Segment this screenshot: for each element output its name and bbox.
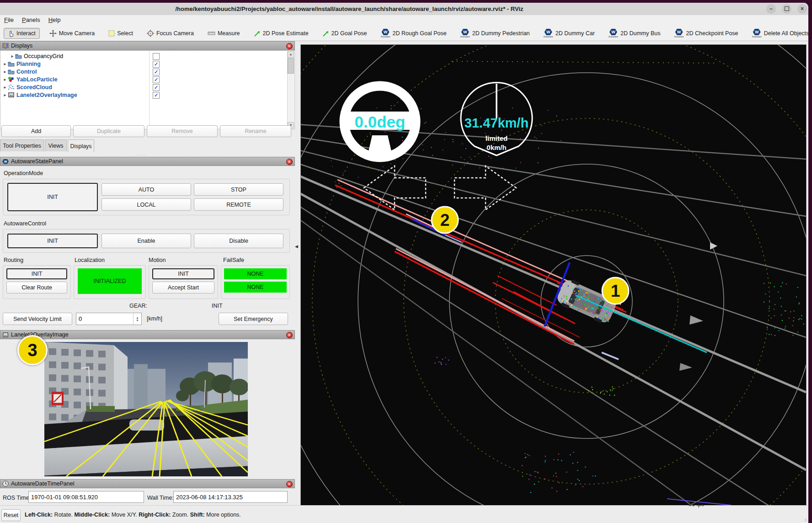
minimize-button[interactable]: –: [766, 4, 776, 14]
speed-value: 31.47km/h: [465, 116, 529, 130]
image-panel-close-icon[interactable]: ×: [286, 332, 293, 338]
datetime-panel-header[interactable]: AutowareDateTimePanel ×: [0, 479, 295, 488]
local-button[interactable]: LOCAL: [102, 198, 191, 211]
enable-button[interactable]: Enable: [102, 234, 191, 248]
svg-text:1: 1: [611, 282, 620, 300]
set-emergency-button[interactable]: Set Emergency: [219, 313, 288, 325]
localization-status: INITIALIZED: [78, 268, 142, 294]
scrollbar-thumb[interactable]: [288, 58, 294, 74]
maximize-icon: [785, 6, 789, 11]
limited-label: limited: [486, 134, 508, 142]
datetime-panel-close-icon[interactable]: ×: [286, 481, 293, 487]
motion-init-button[interactable]: INIT: [152, 268, 214, 279]
expand-icon[interactable]: ▸: [2, 69, 8, 74]
spinner-arrows-icon[interactable]: ▲▼: [133, 313, 141, 325]
left-arrow-icon: [364, 166, 426, 210]
tree-scrollbar[interactable]: ▲ ▼: [287, 51, 294, 128]
tree-item-lanelet2overlayimage[interactable]: ▸ Lanelet2OverlayImage: [2, 91, 77, 99]
menu-panels[interactable]: Panels: [18, 15, 44, 25]
statusbar: Reset Left-Click: Rotate. Middle-Click: …: [0, 505, 808, 523]
ros-time-field[interactable]: [28, 491, 144, 503]
tool-measure[interactable]: Measure: [203, 28, 244, 38]
pointcloud-icon: [8, 84, 15, 90]
marker-triangle: [679, 363, 692, 371]
checkbox-lanelet2overlayimage[interactable]: ✓: [153, 92, 160, 99]
maximize-button[interactable]: [782, 4, 791, 14]
checkbox-occupancygrid[interactable]: [153, 53, 160, 60]
tab-tool-properties[interactable]: Tool Properties: [0, 139, 44, 151]
clear-route-button[interactable]: Clear Route: [6, 282, 67, 294]
checkbox-yablocparticle[interactable]: ✓: [153, 76, 160, 83]
tool-move-camera[interactable]: Move Camera: [45, 28, 99, 39]
tool-focus-camera[interactable]: Focus Camera: [143, 28, 198, 39]
tool-select[interactable]: Select: [104, 28, 137, 38]
velocity-limit-spinner[interactable]: ▲▼: [76, 313, 142, 325]
tool-2d-goal-pose[interactable]: 2D Goal Pose: [318, 28, 371, 39]
wall-time-field[interactable]: [173, 491, 288, 503]
tool-2d-dummy-pedestrian[interactable]: WAutoware 2D Dummy Pedestrian: [456, 27, 534, 40]
tree-item-yablocparticle[interactable]: ▸ YabLocParticle: [2, 75, 58, 83]
checkbox-control[interactable]: ✓: [153, 69, 160, 75]
image-panel-header[interactable]: Lanelet2OverlayImage ×: [0, 330, 295, 339]
menu-help[interactable]: Help: [44, 15, 65, 25]
tool-2d-rough-goal-pose[interactable]: WAutoware 2D Rough Goal Pose: [376, 27, 450, 40]
expand-icon[interactable]: ▸: [2, 77, 8, 82]
turn-indicator-arrows: [364, 166, 516, 210]
folder-icon: [8, 61, 15, 67]
state-panel-close-icon[interactable]: ×: [286, 159, 293, 165]
tree-item-occupancygrid[interactable]: ▸ OccupancyGrid: [10, 52, 63, 60]
routing-init-button[interactable]: INIT: [6, 268, 67, 279]
reset-button[interactable]: Reset: [1, 509, 21, 521]
operation-mode-init-button[interactable]: INIT: [7, 183, 98, 211]
image-icon: [2, 332, 9, 338]
state-panel-header[interactable]: W AutowareStatePanel ×: [0, 157, 295, 166]
splitter-collapse-left-icon[interactable]: ◀: [295, 244, 298, 249]
autoware-logo-icon: WAutoware: [380, 29, 390, 38]
tool-2d-pose-estimate[interactable]: 2D Pose Estimate: [250, 28, 313, 39]
displays-close-icon[interactable]: ×: [286, 43, 293, 49]
expand-icon[interactable]: ▸: [2, 61, 8, 66]
expand-icon[interactable]: ▸: [2, 85, 8, 90]
resize-grip[interactable]: ⠿: [804, 518, 807, 523]
3d-viewport[interactable]: 0.0deg 31.47km/h limited 0km/h 2: [300, 44, 807, 506]
tool-delete-all-objects[interactable]: WAutoware Delete All Objects: [748, 27, 808, 40]
checkbox-scoredcloud[interactable]: ✓: [153, 84, 160, 91]
expand-icon[interactable]: ▸: [2, 92, 8, 97]
stop-button[interactable]: STOP: [194, 183, 283, 196]
marker-triangle: [710, 242, 717, 250]
scroll-up-icon[interactable]: ▲: [288, 51, 294, 58]
tool-interact[interactable]: Interact: [4, 28, 40, 39]
send-velocity-limit-button[interactable]: Send Velocity Limit: [3, 313, 72, 325]
menu-file[interactable]: FFileile: [0, 15, 18, 25]
detected-lane-lines: [335, 180, 626, 344]
ruler-icon: [208, 31, 215, 36]
displays-panel-header[interactable]: Displays ×: [0, 41, 295, 50]
control-init-button[interactable]: INIT: [7, 234, 98, 248]
tool-2d-dummy-bus[interactable]: WAutoware 2D Dummy Bus: [604, 27, 665, 40]
remote-button[interactable]: REMOTE: [194, 198, 283, 211]
tree-item-scoredcloud[interactable]: ▸ ScoredCloud: [2, 83, 52, 91]
tab-views[interactable]: Views: [45, 139, 67, 151]
steering-angle-value: 0.0deg: [355, 113, 406, 131]
close-button[interactable]: ×: [797, 4, 807, 14]
folder-icon: [15, 53, 22, 59]
tool-2d-dummy-car[interactable]: WAutoware 2D Dummy Car: [540, 27, 599, 40]
add-button[interactable]: Add: [1, 125, 71, 137]
operation-mode-label: OperationMode: [4, 170, 43, 176]
accept-start-button[interactable]: Accept Start: [152, 282, 214, 294]
tool-2d-checkpoint-pose[interactable]: WAutoware 2D Checkpoint Pose: [670, 27, 742, 40]
duplicate-button[interactable]: Duplicate: [73, 125, 144, 137]
checkbox-planning[interactable]: ✓: [153, 61, 160, 68]
autoware-logo-icon: WAutoware: [544, 29, 553, 38]
rviz-window: /home/kentoyabuuchi2/Projects/yabloc_aut…: [0, 3, 808, 523]
tree-item-planning[interactable]: ▸ Planning: [2, 60, 41, 68]
auto-button[interactable]: AUTO: [102, 183, 191, 196]
tree-item-control[interactable]: ▸ Control: [2, 68, 37, 75]
tab-displays[interactable]: Displays: [68, 139, 94, 152]
disable-button[interactable]: Disable: [194, 234, 283, 248]
expand-icon[interactable]: ▸: [10, 53, 15, 59]
displays-monitor-icon: [2, 43, 9, 49]
velocity-limit-input[interactable]: [76, 313, 136, 325]
remove-button[interactable]: Remove: [147, 125, 218, 137]
rename-button[interactable]: Rename: [220, 125, 291, 137]
